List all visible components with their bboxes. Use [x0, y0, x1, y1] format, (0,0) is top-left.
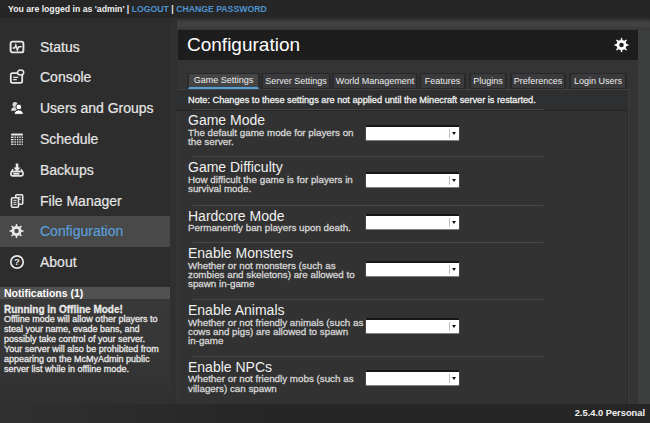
- svg-text:?: ?: [14, 256, 20, 267]
